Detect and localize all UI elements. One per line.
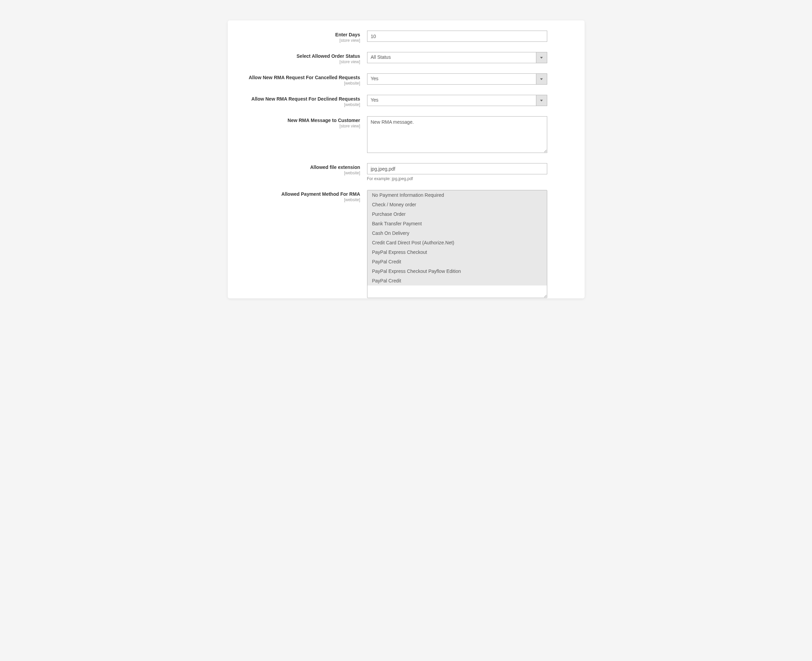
row-allowed-order-status: Select Allowed Order Status [store view]… bbox=[245, 52, 547, 65]
svg-marker-1 bbox=[540, 78, 543, 80]
row-allowed-file-extension: Allowed file extension [website] For exa… bbox=[245, 163, 547, 181]
list-item[interactable]: PayPal Express Checkout bbox=[368, 247, 547, 257]
field-scope: [website] bbox=[245, 102, 360, 108]
label-col: Allowed file extension [website] bbox=[245, 163, 367, 176]
label-col: New RMA Message to Customer [store view] bbox=[245, 116, 367, 129]
list-item[interactable]: Bank Transfer Payment bbox=[368, 219, 547, 228]
field-label: Allow New RMA Request For Cancelled Requ… bbox=[245, 75, 360, 81]
field-scope: [website] bbox=[245, 198, 360, 203]
new-rma-message-textarea[interactable] bbox=[367, 116, 547, 153]
list-item[interactable]: Purchase Order bbox=[368, 209, 547, 219]
allowed-file-extension-input[interactable] bbox=[367, 163, 547, 174]
select-value: All Status bbox=[367, 52, 536, 63]
enter-days-input[interactable] bbox=[367, 30, 547, 42]
chevron-down-icon[interactable] bbox=[536, 95, 547, 106]
label-col: Select Allowed Order Status [store view] bbox=[245, 52, 367, 65]
field-scope: [store view] bbox=[245, 59, 360, 65]
field-label: Select Allowed Order Status bbox=[245, 53, 360, 59]
field-col: All Status bbox=[367, 52, 547, 63]
row-new-rma-message: New RMA Message to Customer [store view] bbox=[245, 116, 547, 154]
list-item[interactable]: Check / Money order bbox=[368, 200, 547, 209]
svg-marker-0 bbox=[540, 57, 543, 59]
field-col: Yes bbox=[367, 73, 547, 85]
field-scope: [store view] bbox=[245, 38, 360, 43]
row-allow-cancelled: Allow New RMA Request For Cancelled Requ… bbox=[245, 73, 547, 86]
field-scope: [website] bbox=[245, 171, 360, 176]
allow-cancelled-select[interactable]: Yes bbox=[367, 73, 547, 85]
field-label: Allowed file extension bbox=[245, 164, 360, 171]
field-col bbox=[367, 30, 547, 42]
field-hint: For example: jpg,jpeg,pdf bbox=[367, 176, 547, 181]
row-allowed-payment: Allowed Payment Method For RMA [website]… bbox=[245, 190, 547, 299]
svg-marker-2 bbox=[540, 100, 543, 101]
field-scope: [store view] bbox=[245, 124, 360, 129]
field-col: For example: jpg,jpeg,pdf bbox=[367, 163, 547, 181]
select-value: Yes bbox=[367, 95, 536, 106]
list-item[interactable]: PayPal Credit bbox=[368, 276, 547, 286]
field-label: Enter Days bbox=[245, 32, 360, 38]
list-item[interactable]: Cash On Delivery bbox=[368, 228, 547, 238]
field-scope: [website] bbox=[245, 81, 360, 86]
field-label: Allowed Payment Method For RMA bbox=[245, 192, 360, 198]
allowed-payment-multiselect[interactable]: No Payment Information RequiredCheck / M… bbox=[367, 190, 547, 298]
chevron-down-icon[interactable] bbox=[536, 52, 547, 63]
label-col: Enter Days [store view] bbox=[245, 30, 367, 43]
row-allow-declined: Allow New RMA Request For Declined Reque… bbox=[245, 95, 547, 107]
list-item[interactable]: No Payment Information Required bbox=[368, 190, 547, 200]
settings-card: Enter Days [store view] Select Allowed O… bbox=[228, 21, 585, 299]
allow-declined-select[interactable]: Yes bbox=[367, 95, 547, 106]
label-col: Allowed Payment Method For RMA [website] bbox=[245, 190, 367, 203]
field-label: Allow New RMA Request For Declined Reque… bbox=[245, 96, 360, 102]
select-value: Yes bbox=[367, 73, 536, 85]
list-item[interactable]: Credit Card Direct Post (Authorize.Net) bbox=[368, 238, 547, 247]
list-item[interactable]: PayPal Express Checkout Payflow Edition bbox=[368, 267, 547, 276]
field-label: New RMA Message to Customer bbox=[245, 118, 360, 124]
allowed-order-status-select[interactable]: All Status bbox=[367, 52, 547, 63]
label-col: Allow New RMA Request For Declined Reque… bbox=[245, 95, 367, 107]
field-col: Yes bbox=[367, 95, 547, 106]
field-col bbox=[367, 116, 547, 154]
list-item[interactable]: PayPal Credit bbox=[368, 257, 547, 267]
chevron-down-icon[interactable] bbox=[536, 73, 547, 85]
field-col: No Payment Information RequiredCheck / M… bbox=[367, 190, 547, 299]
row-enter-days: Enter Days [store view] bbox=[245, 30, 547, 43]
label-col: Allow New RMA Request For Cancelled Requ… bbox=[245, 73, 367, 86]
